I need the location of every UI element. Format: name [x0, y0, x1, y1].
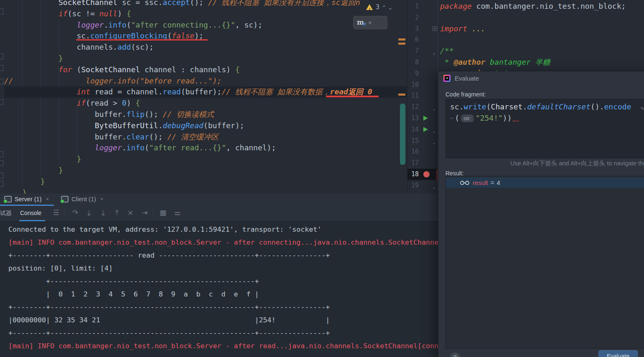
result-tree[interactable]: result = 4 [445, 176, 644, 349]
run-to-cursor-icon[interactable]: ⇥ [140, 208, 150, 218]
run-icon[interactable] [423, 127, 428, 132]
gutter-line-16[interactable]: 16 [407, 146, 438, 157]
code-token: int [76, 87, 90, 96]
gutter-line-15[interactable]: 15▾ [407, 135, 438, 147]
help-button[interactable]: ? [450, 352, 460, 357]
step-into-icon[interactable]: ⤓ [84, 208, 94, 218]
edit-pencil-icon[interactable]: ✎ [641, 103, 644, 114]
fold-marker[interactable] [0, 78, 4, 85]
gutter-line-7[interactable]: 7▾ [407, 46, 438, 57]
gutter-line-19[interactable]: 19▾ [407, 180, 438, 191]
gutter-line-13[interactable]: 13 [407, 113, 438, 124]
line-number[interactable]: 14 [411, 124, 419, 135]
fold-marker[interactable]: + [433, 26, 437, 31]
line-number[interactable]: 18 [411, 169, 419, 180]
fold-marker[interactable] [0, 53, 4, 60]
maven-reload-widget[interactable]: m⟳ × [353, 16, 387, 29]
soft-wrap-icon: ↪ [450, 113, 453, 124]
fold-marker[interactable] [0, 65, 4, 71]
line-number[interactable]: 19 [411, 180, 419, 191]
evaluate-button[interactable]: Evaluate [598, 350, 638, 357]
step-over-icon[interactable]: ↷ [70, 208, 80, 218]
tab-client[interactable]: Client (1) × [59, 193, 105, 205]
step-out-icon[interactable]: ⤒ [112, 208, 122, 218]
close-icon[interactable]: × [46, 196, 49, 202]
line-number[interactable]: 2 [415, 12, 419, 23]
code-editor-left[interactable]: SocketChannel sc = ssc.accept(); // 线程不阻… [0, 0, 407, 193]
gutter-line-8[interactable]: 8 [407, 57, 438, 68]
warning-count: 3 [376, 2, 379, 13]
editor-gutter[interactable]: 123+67▾89101112▾1314▾15▾16171819▾ [407, 1, 438, 191]
fragment-code-line[interactable]: ↪ ( str: "254!" )) [450, 113, 519, 124]
gutter-line-6[interactable]: 6 [407, 34, 438, 46]
gutter-line-2[interactable]: 2 [407, 12, 438, 23]
line-number[interactable]: 8 [415, 57, 419, 68]
code-token: channel : channels) [140, 65, 235, 74]
warning-stripe-mark[interactable] [398, 94, 405, 96]
result-row[interactable]: result = 4 [446, 177, 644, 188]
line-number[interactable]: 15 [411, 135, 419, 147]
evaluate-expression-icon[interactable]: ▦ [158, 208, 168, 218]
tab-debugger[interactable]: 调试器 [0, 210, 12, 217]
line-number[interactable]: 11 [411, 90, 419, 101]
code-token: // logger.info("before read..."); [4, 76, 221, 85]
gutter-line-14[interactable]: 14▾ [407, 124, 438, 135]
fold-marker[interactable] [0, 160, 4, 166]
close-icon[interactable]: × [100, 196, 104, 202]
fold-marker[interactable] [0, 172, 4, 179]
fold-marker[interactable] [0, 99, 4, 105]
breakpoint-icon[interactable] [423, 171, 430, 177]
layout-settings-icon[interactable]: ⚌ [172, 208, 182, 218]
code-line: if(read > 0) { [4, 98, 407, 109]
close-icon[interactable]: × [368, 17, 372, 28]
line-number[interactable]: 9 [415, 68, 419, 79]
line-number[interactable]: 7 [415, 46, 419, 57]
more-menu-icon[interactable]: ☰ [51, 208, 61, 218]
inspection-widget[interactable]: 3 ⌃ ⌄ [366, 3, 392, 11]
run-icon[interactable] [423, 116, 428, 121]
line-number[interactable]: 10 [411, 79, 419, 91]
console-output[interactable]: Connected to the target VM, address: '12… [0, 222, 438, 357]
code-line: * @author bantanger 半糖 [440, 57, 644, 68]
gutter-line-18[interactable]: 18 [407, 169, 438, 180]
code-token: . [522, 102, 527, 111]
line-number[interactable]: 12 [411, 101, 419, 113]
force-step-into-icon[interactable]: ⤓ [98, 208, 108, 218]
gutter-line-3[interactable]: 3+ [407, 23, 438, 35]
drop-frame-icon[interactable]: ⨯ [125, 208, 135, 218]
vcs-change-stripe[interactable] [400, 104, 405, 165]
fold-marker[interactable] [0, 151, 4, 157]
line-number[interactable]: 1 [415, 1, 419, 12]
toolbar-separator [153, 209, 153, 217]
next-warning-icon[interactable]: ⌄ [389, 5, 392, 10]
code-token: } [59, 166, 63, 175]
gutter-line-9[interactable]: 9 [407, 68, 438, 79]
fold-marker[interactable] [0, 8, 4, 15]
gutter-line-11[interactable]: 11 [407, 90, 438, 101]
line-number[interactable]: 6 [415, 34, 419, 46]
tab-console[interactable]: Console [20, 210, 41, 216]
code-area[interactable]: package com.bantanger.nio_test.non_block… [440, 1, 644, 79]
line-number[interactable]: 13 [411, 113, 419, 124]
gutter-line-12[interactable]: 12▾ [407, 101, 438, 113]
prev-warning-icon[interactable]: ⌃ [382, 5, 386, 10]
code-token: 0 [122, 99, 127, 107]
warning-stripe-mark[interactable] [398, 38, 405, 41]
code-line: } [4, 53, 407, 64]
gutter-line-10[interactable]: 10 [407, 79, 438, 91]
line-number[interactable]: 17 [411, 157, 419, 169]
tab-server[interactable]: Server (1) × [3, 193, 51, 205]
code-token: "after connecting...{}" [131, 20, 235, 29]
line-number[interactable]: 3 [415, 23, 419, 35]
gutter-line-1[interactable]: 1 [407, 1, 438, 12]
fragment-code-line[interactable]: sc.write(Charset.defaultCharset().encode [450, 101, 631, 113]
code-fragment-editor[interactable]: sc.write(Charset.defaultCharset().encode… [445, 99, 644, 158]
maven-sync-icon: ⟳ [363, 19, 367, 30]
line-number[interactable]: 16 [411, 146, 419, 157]
gutter-line-17[interactable]: 17 [407, 157, 438, 169]
fold-marker[interactable] [0, 181, 4, 187]
warning-stripe-mark[interactable] [398, 43, 405, 45]
maven-icon[interactable]: m⟳ [357, 17, 364, 28]
dialog-title-bar[interactable]: IJ Evaluate [443, 75, 479, 82]
fold-marker[interactable]: ▾ [433, 183, 435, 193]
